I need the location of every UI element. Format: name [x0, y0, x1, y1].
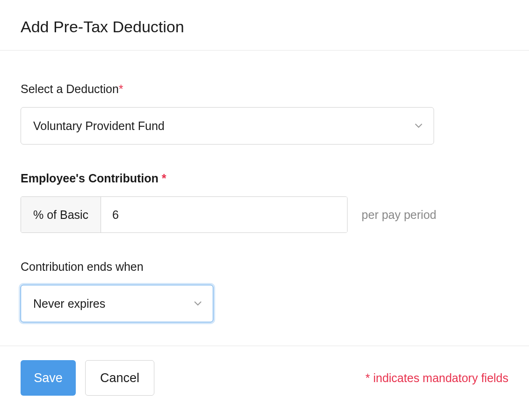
contribution-label: Employee's Contribution * [21, 172, 508, 185]
save-button[interactable]: Save [21, 360, 76, 396]
ends-label: Contribution ends when [21, 260, 508, 274]
mandatory-note: * indicates mandatory fields [365, 371, 508, 385]
deduction-selected-value: Voluntary Provident Fund [33, 119, 165, 133]
page-title: Add Pre-Tax Deduction [21, 18, 508, 36]
contribution-unit: % of Basic [21, 197, 101, 232]
contribution-value-input[interactable] [101, 197, 347, 232]
caret-down-icon [415, 123, 422, 128]
contribution-hint: per pay period [362, 208, 436, 222]
ends-selected-value: Never expires [33, 297, 105, 311]
deduction-label-text: Select a Deduction [21, 82, 119, 95]
required-mark: * [119, 82, 123, 95]
cancel-button[interactable]: Cancel [85, 360, 154, 396]
contribution-label-text: Employee's Contribution [21, 172, 162, 185]
deduction-select[interactable]: Voluntary Provident Fund [21, 107, 434, 145]
contribution-ends-select[interactable]: Never expires [21, 285, 213, 322]
required-mark: * [162, 172, 167, 185]
caret-down-icon [194, 301, 202, 306]
contribution-input-group: % of Basic [21, 196, 348, 233]
deduction-label: Select a Deduction* [21, 82, 508, 96]
